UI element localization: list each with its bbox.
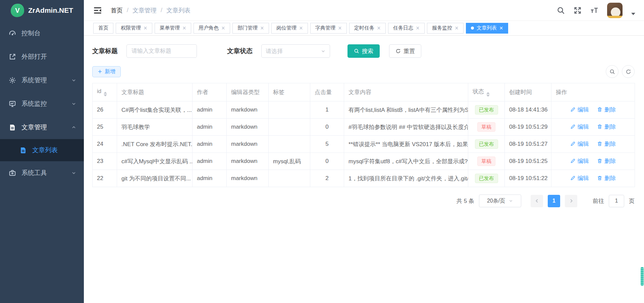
- filter-form: 文章标题 文章状态 请选择 搜索 重置: [92, 44, 635, 58]
- edit-button[interactable]: 编辑: [570, 140, 589, 148]
- page-number-button[interactable]: 1: [548, 195, 560, 207]
- edit-button[interactable]: 编辑: [570, 157, 589, 165]
- next-page-button[interactable]: [565, 195, 577, 207]
- sidebar-item-system-monitor[interactable]: 系统监控: [0, 92, 84, 116]
- logo[interactable]: V ZrAdmin.NET: [0, 0, 84, 21]
- article-title-input[interactable]: [126, 44, 197, 58]
- scrollbar-thumb[interactable]: [641, 267, 644, 286]
- avatar[interactable]: [607, 3, 623, 18]
- breadcrumb-home[interactable]: 首页: [111, 6, 123, 14]
- search-button[interactable]: 搜索: [347, 44, 380, 58]
- close-icon[interactable]: [499, 26, 503, 30]
- add-button[interactable]: 新增: [92, 66, 121, 77]
- select-placeholder: 请选择: [266, 47, 283, 55]
- cell-tags: [269, 101, 310, 119]
- close-icon[interactable]: [144, 26, 147, 30]
- edit-button[interactable]: 编辑: [570, 123, 589, 131]
- tab-permission-mgmt[interactable]: 权限管理: [116, 23, 152, 34]
- chevron-down-icon: [321, 49, 326, 54]
- fullscreen-icon[interactable]: [574, 6, 582, 14]
- sidebar-item-article-list[interactable]: 文章列表: [0, 139, 84, 161]
- breadcrumb-article-list: 文章列表: [166, 6, 191, 14]
- sidebar-item-external-open[interactable]: 外部打开: [0, 45, 84, 69]
- edit-button[interactable]: 编辑: [570, 106, 589, 114]
- sort-caret-icons[interactable]: [104, 92, 107, 96]
- breadcrumb-article-mgmt[interactable]: 文章管理: [132, 6, 157, 14]
- search-icon[interactable]: [557, 6, 565, 14]
- col-author: 作者: [193, 83, 227, 101]
- cell-content: #羽毛球拍参数说明 ## 中管软硬选择以及长度介...: [344, 119, 468, 136]
- sidebar-submenu-article: 文章列表: [0, 139, 84, 161]
- close-icon[interactable]: [260, 26, 264, 30]
- close-icon[interactable]: [455, 26, 459, 30]
- caret-down-icon[interactable]: [631, 13, 635, 15]
- cell-status: 已发布: [468, 170, 505, 187]
- toggle-search-button[interactable]: [606, 65, 619, 78]
- refresh-icon: [626, 69, 631, 75]
- cell-operations: 编辑 删除: [551, 170, 635, 187]
- edit-pencil-icon: [570, 175, 576, 181]
- article-status-select[interactable]: 请选择: [261, 44, 330, 58]
- sidebar-item-system-tools[interactable]: 系统工具: [0, 161, 84, 185]
- status-badge: 已发布: [475, 174, 498, 183]
- cell-id: 22: [93, 170, 117, 187]
- goto-page-input[interactable]: [609, 195, 624, 207]
- tab-label: 首页: [98, 25, 108, 31]
- tab-home[interactable]: 首页: [93, 23, 113, 34]
- sidebar-item-article-mgmt[interactable]: 文章管理: [0, 116, 84, 139]
- tab-user-role[interactable]: 用户角色: [194, 23, 230, 34]
- tab-job-log[interactable]: 任务日志: [388, 23, 425, 34]
- delete-button[interactable]: 删除: [597, 174, 616, 182]
- close-icon[interactable]: [338, 26, 342, 30]
- monitor-icon: [9, 100, 16, 107]
- tab-dict-mgmt[interactable]: 字典管理: [310, 23, 347, 34]
- delete-button[interactable]: 删除: [597, 157, 616, 165]
- sort-caret-icons[interactable]: [486, 92, 490, 97]
- tab-post-mgmt[interactable]: 岗位管理: [271, 23, 308, 34]
- close-icon[interactable]: [221, 26, 225, 30]
- sidebar-item-system-mgmt[interactable]: 系统管理: [0, 69, 84, 92]
- edit-pencil-icon: [570, 124, 576, 129]
- cell-clicks: 0: [310, 119, 344, 136]
- reset-button[interactable]: 重置: [389, 44, 421, 58]
- font-size-icon[interactable]: [590, 6, 598, 14]
- close-icon[interactable]: [299, 26, 303, 30]
- edit-pencil-icon: [570, 107, 576, 112]
- sidebar-item-label: 控制台: [21, 29, 76, 38]
- status-badge: 草稿: [477, 122, 495, 132]
- sidebar-item-console[interactable]: 控制台: [0, 21, 84, 45]
- main-area: 首页 / 文章管理 / 文章列表 首页 权限管理 菜单管理 用户角色 部门管理 …: [84, 0, 644, 303]
- col-clicks: 点击量: [310, 83, 344, 101]
- tab-bar: 首页 权限管理 菜单管理 用户角色 部门管理 岗位管理 字典管理 定时任务 任务…: [84, 21, 644, 36]
- filter-title-label: 文章标题: [92, 47, 118, 55]
- cell-tags: [269, 136, 310, 153]
- col-content: 文章内容: [344, 83, 468, 101]
- close-icon[interactable]: [182, 26, 186, 30]
- cell-author: admin: [193, 153, 227, 170]
- cell-time: 08-19 10:51:27: [505, 136, 551, 153]
- tab-label: 文章列表: [477, 25, 497, 31]
- tab-menu-mgmt[interactable]: 菜单管理: [155, 23, 191, 34]
- sidebar-item-label: 外部打开: [21, 52, 76, 61]
- delete-button[interactable]: 删除: [597, 106, 616, 114]
- close-icon[interactable]: [377, 26, 381, 30]
- edit-button[interactable]: 编辑: [570, 174, 589, 182]
- tab-article-list[interactable]: 文章列表: [466, 23, 508, 34]
- page-size-value: 20条/页: [487, 198, 505, 205]
- cell-status: 草稿: [468, 153, 505, 170]
- tab-cron-job[interactable]: 定时任务: [349, 23, 386, 34]
- add-button-label: 新增: [105, 68, 115, 75]
- cell-clicks: 2: [310, 170, 344, 187]
- close-icon[interactable]: [416, 26, 420, 30]
- breadcrumb-separator: /: [161, 7, 162, 14]
- tab-service-monitor[interactable]: 服务监控: [427, 23, 464, 34]
- collapse-menu-icon[interactable]: [93, 6, 102, 15]
- delete-button[interactable]: 删除: [597, 123, 616, 131]
- page-size-select[interactable]: 20条/页: [479, 194, 521, 207]
- delete-button[interactable]: 删除: [597, 140, 616, 148]
- refresh-table-button[interactable]: [622, 65, 635, 78]
- cell-time: 08-19 10:51:22: [505, 170, 551, 187]
- tab-dept-mgmt[interactable]: 部门管理: [232, 23, 269, 34]
- prev-page-button[interactable]: [531, 195, 543, 207]
- table-option-buttons: [606, 65, 635, 78]
